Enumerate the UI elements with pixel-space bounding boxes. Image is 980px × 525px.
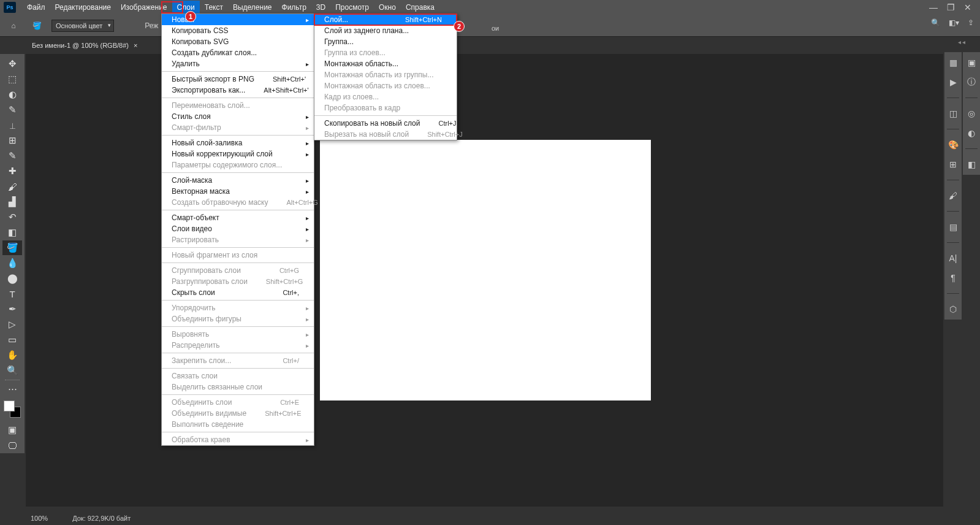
move-tool[interactable]: ✥ [2, 56, 22, 71]
menu-item[interactable]: Группа... [314, 36, 457, 47]
menu-item[interactable]: Новый слой-заливка [162, 137, 314, 148]
screen-mode-icon[interactable]: 🖵 [2, 438, 22, 453]
quick-select-tool[interactable]: ✎ [2, 102, 22, 117]
path-select-tool[interactable]: ▷ [2, 317, 22, 332]
restore-icon[interactable]: ❐ [944, 2, 957, 12]
zoom-level[interactable]: 100% [31, 515, 48, 522]
workspace-icon[interactable]: ◧▾ [949, 18, 959, 27]
menu-image[interactable]: Изображение [116, 1, 172, 14]
paint-bucket-icon[interactable]: 🪣 [28, 18, 45, 33]
brush-settings-icon[interactable]: 🖌 [946, 189, 960, 202]
menu-item[interactable]: Копировать SVG [162, 36, 314, 47]
menu-filter[interactable]: Фильтр [277, 1, 311, 14]
hand-tool[interactable]: ✋ [2, 348, 22, 362]
menu-item: Разгруппировать слоиShift+Ctrl+G [162, 276, 314, 287]
quick-mask-icon[interactable]: ▣ [2, 423, 22, 437]
close-icon[interactable]: ✕ [962, 2, 974, 12]
menu-item[interactable]: Слой...Shift+Ctrl+N [314, 14, 457, 25]
menu-item: Выделить связанные слои [162, 381, 314, 393]
menu-layers[interactable]: Слои [172, 1, 200, 14]
cc-icon[interactable]: ◎ [965, 107, 978, 120]
share-icon[interactable]: ⇪ [968, 18, 974, 27]
history-icon[interactable]: ▣ [965, 56, 978, 69]
pen-tool[interactable]: ✒ [2, 302, 22, 316]
history-brush-tool[interactable]: ↶ [2, 210, 22, 224]
menu-view[interactable]: Просмотр [330, 1, 374, 14]
grid-icon[interactable]: ⊞ [946, 158, 960, 171]
home-icon[interactable]: ⌂ [5, 18, 22, 33]
marquee-tool[interactable]: ⬚ [2, 72, 22, 86]
menu-item: Создать обтравочную маскуAlt+Ctrl+G [162, 197, 314, 208]
menu-item[interactable]: Слои видео [162, 223, 314, 234]
color-panel-icon[interactable]: ▦ [946, 56, 960, 69]
lasso-tool[interactable]: ◐ [2, 87, 22, 102]
properties-icon[interactable]: ◧ [965, 158, 978, 171]
color-swatches[interactable] [4, 400, 21, 418]
menu-item[interactable]: Скопировать на новый слойCtrl+J [314, 118, 457, 129]
edit-toolbar-icon[interactable]: ⋯ [2, 381, 22, 396]
document-canvas[interactable] [320, 140, 651, 400]
foreground-color-swatch[interactable] [4, 400, 15, 412]
paint-bucket-tool[interactable]: 🪣 [2, 240, 22, 255]
document-size[interactable]: Док: 922,9K/0 байт [72, 515, 131, 522]
tab-close-icon[interactable]: × [134, 42, 137, 49]
panel-collapse-handle[interactable]: ◂◂ [958, 39, 967, 45]
blur-tool[interactable]: 💧 [2, 256, 22, 270]
menu-item-label: Объединить видимые [172, 409, 246, 418]
layers-panel-icon[interactable]: ▤ [946, 220, 960, 234]
brush-tool[interactable]: 🖌 [2, 179, 22, 194]
eyedropper-tool[interactable]: ✎ [2, 148, 22, 163]
adjustments-icon[interactable]: ◐ [965, 126, 978, 140]
eraser-tool[interactable]: ◧ [2, 225, 22, 240]
swatches-panel-icon[interactable]: 🎨 [946, 138, 960, 151]
menu-item[interactable]: Векторная маска [162, 186, 314, 197]
menu-item[interactable]: Экспортировать как...Alt+Shift+Ctrl+' [162, 85, 314, 96]
dodge-tool[interactable]: ⬤ [2, 271, 22, 286]
type-tool[interactable]: T [2, 286, 22, 301]
panel-separator [947, 180, 959, 180]
menu-file[interactable]: Файл [22, 1, 50, 14]
menu-item: Смарт-фильтр [162, 122, 314, 133]
paragraph-panel-icon[interactable]: ¶ [946, 271, 960, 285]
minimize-icon[interactable]: — [927, 2, 940, 12]
character-panel-icon[interactable]: A| [946, 251, 960, 265]
healing-brush-tool[interactable]: ✚ [2, 164, 22, 178]
menu-item-label: Группа из слоев... [324, 48, 386, 57]
menu-item-label: Растрировать [172, 236, 219, 244]
menu-select[interactable]: Выделение [228, 1, 277, 14]
menu-item[interactable]: Новый корректирующий слой [162, 148, 314, 159]
menu-3d[interactable]: 3D [311, 1, 330, 14]
menu-item-shortcut: Ctrl+G [279, 267, 299, 274]
info-icon[interactable]: ⓘ [965, 75, 978, 89]
menu-item[interactable]: Слой-маска [162, 175, 314, 186]
callout-badge-2: 2 [454, 21, 465, 32]
3d-panel-icon[interactable]: ⬡ [946, 302, 960, 316]
libraries-icon[interactable]: ◫ [946, 107, 960, 120]
clone-stamp-tool[interactable]: ▟ [2, 194, 22, 209]
menu-type[interactable]: Текст [200, 1, 228, 14]
menu-item-label: Переименовать слой... [172, 101, 250, 110]
menu-item-label: Скопировать на новый слой [324, 119, 420, 128]
menu-item[interactable]: Скрыть слоиCtrl+, [162, 287, 314, 298]
menu-item[interactable]: Удалить [162, 58, 314, 69]
menu-item[interactable]: Слой из заднего плана... [314, 25, 457, 36]
zoom-tool[interactable]: 🔍 [2, 363, 22, 378]
menu-item[interactable]: Монтажная область... [314, 58, 457, 69]
crop-tool[interactable]: ⟂ [2, 118, 22, 132]
menu-item[interactable]: Создать дубликат слоя... [162, 47, 314, 58]
menu-item[interactable]: Быстрый экспорт в PNGShift+Ctrl+' [162, 74, 314, 85]
rectangle-tool[interactable]: ▭ [2, 332, 22, 347]
menu-item[interactable]: Копировать CSS [162, 25, 314, 36]
menu-help[interactable]: Справка [401, 1, 439, 14]
document-tab[interactable]: Без имени-1 @ 100% (RGB/8#) × [26, 39, 143, 52]
menu-item[interactable]: Смарт-объект [162, 212, 314, 223]
menu-window[interactable]: Окно [374, 1, 401, 14]
menu-edit[interactable]: Редактирование [50, 1, 116, 14]
fill-mode-dropdown[interactable]: Основной цвет [51, 20, 114, 32]
search-icon[interactable]: 🔍 [931, 18, 940, 27]
play-icon[interactable]: ▶ [946, 75, 960, 89]
frame-tool[interactable]: ⊞ [2, 133, 22, 148]
menu-item[interactable]: Стиль слоя [162, 111, 314, 122]
panel-separator [947, 129, 959, 129]
panel-separator [947, 98, 959, 98]
